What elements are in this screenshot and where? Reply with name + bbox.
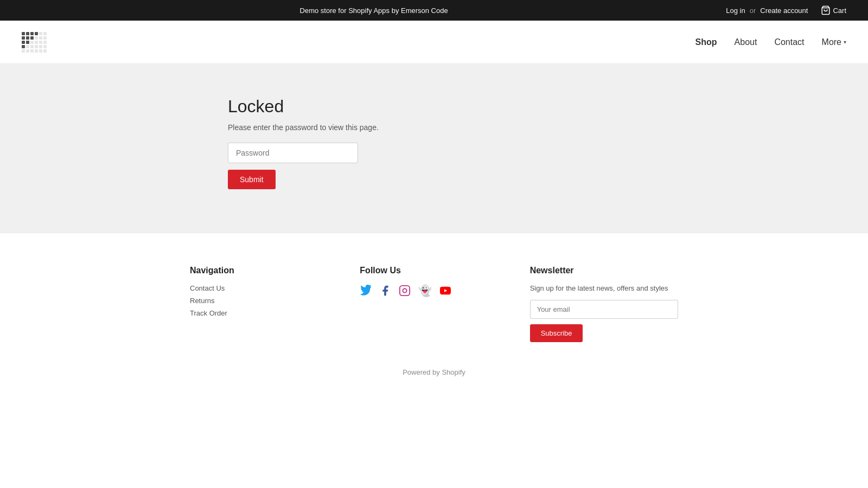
- login-link[interactable]: Log in: [726, 7, 745, 15]
- footer-follow-col: Follow Us 👻: [360, 266, 508, 342]
- nav-more-button[interactable]: More ▾: [822, 37, 846, 47]
- youtube-icon[interactable]: [439, 285, 451, 297]
- locked-title: Locked: [228, 97, 379, 117]
- locked-description: Please enter the password to view this p…: [228, 123, 379, 132]
- nav-shop[interactable]: Shop: [695, 37, 717, 47]
- social-icons: 👻: [360, 284, 508, 297]
- subscribe-button[interactable]: Subscribe: [530, 324, 583, 342]
- site-header: Shop About Contact More ▾: [0, 21, 868, 64]
- newsletter-description: Sign up for the latest news, offers and …: [530, 284, 678, 292]
- footer-follow-title: Follow Us: [360, 266, 508, 275]
- instagram-icon[interactable]: [399, 285, 411, 297]
- logo[interactable]: [22, 32, 46, 53]
- nav-contact[interactable]: Contact: [774, 37, 804, 47]
- submit-button[interactable]: Submit: [228, 170, 276, 189]
- locked-section: Locked Please enter the password to view…: [228, 97, 379, 189]
- nav-about[interactable]: About: [735, 37, 757, 47]
- twitter-icon[interactable]: [360, 285, 372, 297]
- top-bar-separator: or: [750, 7, 756, 15]
- password-input[interactable]: [228, 143, 358, 163]
- svg-rect-1: [400, 286, 410, 296]
- site-footer: Navigation Contact Us Returns Track Orde…: [0, 233, 868, 398]
- more-label: More: [822, 37, 841, 47]
- footer-newsletter-title: Newsletter: [530, 266, 678, 275]
- cart-icon-wrap[interactable]: Cart: [821, 5, 846, 15]
- footer-grid: Navigation Contact Us Returns Track Orde…: [190, 266, 678, 342]
- create-account-link[interactable]: Create account: [760, 7, 808, 15]
- cart-icon: [821, 5, 831, 15]
- footer-newsletter-col: Newsletter Sign up for the latest news, …: [530, 266, 678, 342]
- footer-returns-link[interactable]: Returns: [190, 297, 338, 305]
- cart-label: Cart: [833, 7, 846, 15]
- snapchat-icon[interactable]: 👻: [418, 284, 432, 297]
- footer-nav-title: Navigation: [190, 266, 338, 275]
- top-bar-announcement: Demo store for Shopify Apps by Emerson C…: [22, 7, 726, 15]
- footer-contact-us-link[interactable]: Contact Us: [190, 284, 338, 292]
- main-content: Locked Please enter the password to view…: [0, 64, 868, 233]
- chevron-down-icon: ▾: [844, 39, 846, 45]
- top-bar-right: Log in or Create account Cart: [726, 5, 846, 15]
- footer-track-order-link[interactable]: Track Order: [190, 309, 338, 317]
- main-nav: Shop About Contact More ▾: [695, 37, 846, 47]
- footer-bottom: Powered by Shopify: [22, 368, 846, 376]
- email-input[interactable]: [530, 300, 678, 319]
- facebook-icon[interactable]: [379, 285, 391, 297]
- footer-navigation-col: Navigation Contact Us Returns Track Orde…: [190, 266, 338, 342]
- top-bar: Demo store for Shopify Apps by Emerson C…: [0, 0, 868, 21]
- powered-by: Powered by Shopify: [403, 368, 465, 376]
